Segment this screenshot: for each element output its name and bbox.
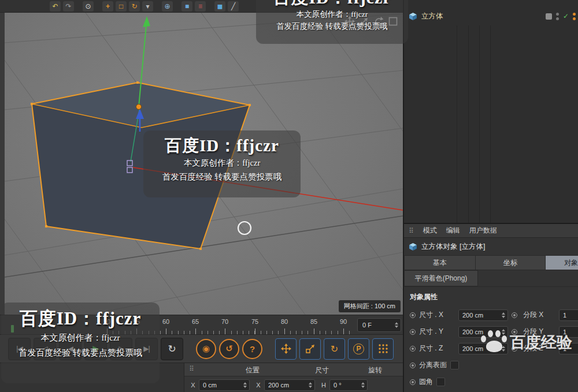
keyframe-circle[interactable] (410, 329, 416, 335)
spinner[interactable] (307, 380, 313, 390)
watermark-id-text: 百度ID：ffjczr (143, 135, 301, 156)
keyframe-circle[interactable] (410, 312, 416, 318)
object-row[interactable]: 立方体 ✓ (409, 9, 576, 23)
spline-pen-icon[interactable]: ╱ (228, 1, 239, 12)
render-view-icon[interactable]: ■ (181, 1, 192, 12)
pla-dots-icon (377, 343, 389, 354)
property-label: 分离表面 (419, 360, 447, 370)
property-label: 分段 X (523, 310, 555, 320)
position-x-group: X 0 cm (190, 379, 250, 391)
primitive-cube-icon[interactable]: ◼ (214, 1, 225, 12)
render-visibility-dot[interactable] (556, 17, 559, 20)
field-value: 0 cm (203, 382, 217, 389)
panel-grip-icon[interactable]: ⠿ (189, 365, 194, 373)
property-label: 尺寸 . X (419, 310, 455, 320)
rotate-icon: ↻ (331, 344, 338, 354)
tick-label: 80 (281, 318, 288, 325)
undo-icon[interactable]: ↶ (50, 1, 61, 12)
orange-dot-icon[interactable] (573, 13, 576, 16)
panel-grip-icon[interactable]: ⠿ (409, 227, 414, 235)
spinner[interactable] (360, 380, 366, 390)
redo-icon[interactable]: ↷ (63, 1, 74, 12)
record-rotation-toggle[interactable]: ↻ (324, 338, 345, 360)
separate-surfaces-checkbox[interactable] (450, 361, 459, 369)
size-x-field[interactable]: 200 cm (264, 379, 315, 391)
current-frame-field[interactable]: 0 F (357, 318, 401, 332)
coord-system-icon[interactable]: ⊕ (162, 1, 173, 12)
tick-label: 90 (340, 318, 347, 325)
watermark-slogan-text: 首发百度经验 转载要点赞投票哦 (256, 20, 408, 32)
size-x-group: X 200 cm (255, 379, 315, 391)
spinner[interactable] (242, 380, 248, 390)
watermark-author-text: 本文原创作者：ffjczr (1, 330, 160, 345)
watermark-author-text: 本文原创作者：ffjczr (256, 8, 408, 20)
tab-basic[interactable]: 基本 (404, 255, 476, 270)
record-scale-toggle[interactable] (299, 338, 321, 360)
property-row-fillet: 圆角 (404, 374, 578, 390)
enabled-check-icon[interactable]: ✓ (563, 12, 569, 20)
last-tool-icon[interactable]: ▾ (142, 1, 153, 12)
attribute-tabs: 基本 坐标 对象 (404, 255, 578, 270)
watermark-id-text: 百度ID：ffjczr (1, 307, 160, 330)
record-pla-toggle[interactable] (372, 338, 394, 360)
editor-visibility-dot[interactable] (556, 13, 559, 16)
keyframe-circle[interactable] (512, 312, 517, 318)
tab-phong[interactable]: 平滑着色(Phong) (404, 270, 478, 286)
segments-x-input[interactable]: 1 (559, 309, 578, 321)
coordinates-row: X 0 cm X 200 cm H 0 ° (184, 376, 403, 391)
render-settings-icon[interactable]: ≡ (195, 1, 206, 12)
watermark-bottom-left: 百度ID：ffjczr 本文原创作者：ffjczr 首发百度经验 转载要点赞投票… (1, 303, 160, 383)
keyframe-circle[interactable] (410, 346, 416, 352)
position-header: 位置 (246, 365, 260, 375)
tick-label: 60 (162, 318, 169, 325)
record-position-toggle[interactable] (275, 338, 297, 360)
attribute-manager: ⠿ 模式 编辑 用户数据 立方体对象 [立方体] 基本 坐标 对象 平滑着色(P… (404, 224, 578, 392)
orange-dot-icon[interactable] (573, 17, 576, 20)
menu-mode[interactable]: 模式 (423, 226, 437, 236)
tick-label: 65 (192, 318, 199, 325)
keyframe-circle[interactable] (410, 379, 416, 385)
tick-label: 85 (310, 318, 317, 325)
spinner[interactable] (501, 310, 506, 320)
visibility-dots[interactable] (556, 13, 559, 20)
cube-object-icon (409, 242, 417, 251)
object-title-label: 立方体对象 [立方体] (421, 242, 485, 252)
menu-user-data[interactable]: 用户数据 (469, 226, 497, 236)
axis-label: H (321, 382, 327, 389)
help-button[interactable]: ? (242, 339, 262, 359)
column-divider (479, 25, 480, 223)
attribute-object-title-row: 立方体对象 [立方体] (404, 238, 578, 255)
record-parameter-toggle[interactable]: P (348, 338, 369, 360)
frame-spinner[interactable] (394, 319, 399, 331)
menu-edit[interactable]: 编辑 (446, 226, 460, 236)
rotation-h-group: H 0 ° (321, 379, 368, 391)
fillet-checkbox[interactable] (436, 378, 445, 386)
scale-tool-icon[interactable]: □ (116, 1, 127, 12)
live-selection-icon[interactable]: ⊙ (83, 1, 94, 12)
record-keyframe-button[interactable]: ◉ (196, 339, 216, 359)
rotate-tool-icon[interactable]: ↻ (129, 1, 140, 12)
object-properties-section-header[interactable]: 对象属性 (404, 286, 578, 307)
size-x-input[interactable]: 200 cm (458, 309, 508, 321)
object-manager[interactable]: 立方体 ✓ (404, 0, 578, 224)
brand-text: 百度经验 (510, 332, 572, 353)
position-x-field[interactable]: 0 cm (199, 379, 250, 391)
deform-dots[interactable] (573, 13, 576, 20)
tab-object[interactable]: 对象 (545, 255, 578, 270)
tab-coordinates[interactable]: 坐标 (475, 255, 546, 270)
y-axis-arrow-icon[interactable] (143, 16, 150, 27)
layer-color-chip[interactable] (546, 13, 552, 20)
field-value: 1 (563, 312, 566, 319)
watermark-slogan-text: 首发百度经验 转载要点赞投票哦 (1, 345, 160, 360)
keyframe-circle[interactable] (410, 363, 416, 368)
property-label: 尺寸 . Z (419, 344, 455, 353)
gizmo-center-handle[interactable] (136, 104, 142, 110)
watermark-top: 百度ID：ffjczr 本文原创作者：ffjczr 首发百度经验 转载要点赞投票… (256, 0, 408, 44)
axis-label: X (255, 382, 261, 389)
autokey-button[interactable]: ↺ (219, 339, 239, 359)
field-value: 200 cm (462, 345, 483, 352)
property-row-separate-surfaces: 分离表面 (404, 357, 578, 374)
move-tool-icon[interactable]: + (102, 1, 113, 12)
loop-button[interactable]: ↻ (161, 338, 183, 360)
rotation-h-field[interactable]: 0 ° (329, 379, 368, 391)
